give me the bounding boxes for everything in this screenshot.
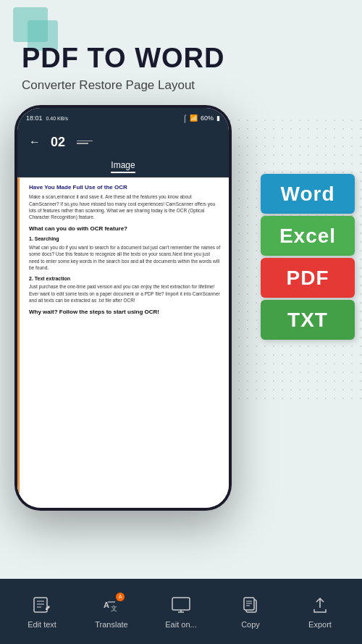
translate-icon: A 文 A [101,595,122,616]
status-left: 18:01 0.40 KB/s [26,114,68,122]
tab-image[interactable]: Image [111,160,135,173]
status-bar: 18:01 0.40 KB/s ⌠ 📶 60% ▮ [17,108,229,128]
svg-rect-3 [172,598,190,610]
edit-text-icon [31,595,53,616]
format-word-label: Word [280,183,334,206]
svg-text:文: 文 [111,605,117,612]
doc-body-3: Just purchase the one-time paid version … [29,283,222,304]
format-buttons-group: Word Excel PDF TXT [261,174,355,340]
monitor-icon [170,595,192,616]
bluetooth-icon: ⌠ [182,114,187,122]
export-label: Export [308,620,332,629]
toolbar-copy[interactable]: Copy [216,595,285,629]
doc-body-1: Make a scan,enhance it and save it. Are … [29,193,222,221]
status-time: 18:01 [26,114,43,122]
edit-text-label: Edit text [28,620,56,629]
toolbar-translate[interactable]: A 文 A Translate [77,595,146,629]
phone-mockup: 18:01 0.40 KB/s ⌠ 📶 60% ▮ ← 02 [14,105,232,511]
export-icon [309,595,331,616]
page-number: 02 [51,135,65,150]
phone-nav-bar: ← 02 [17,128,229,156]
subtitle: Converter Restore Page Layout [22,78,340,93]
edit-on-label: Eait on... [165,620,196,629]
battery-icon: ▮ [216,114,220,122]
format-excel-button[interactable]: Excel [261,216,355,256]
format-pdf-label: PDF [287,267,329,290]
main-title: PDF TO WORD [22,43,340,74]
format-word-button[interactable]: Word [261,174,355,214]
doc-subheading-1: What can you do with OCR feature? [29,225,222,233]
format-excel-label: Excel [279,225,336,248]
doc-heading: Have You Made Full Use of the OCR [29,183,222,191]
header-section: PDF TO WORD Converter Restore Page Layou… [22,43,340,93]
translate-label: Translate [95,620,127,629]
phone-outer: 18:01 0.40 KB/s ⌠ 📶 60% ▮ ← 02 [14,105,232,511]
toolbar-edit-text[interactable]: Edit text [7,595,77,629]
phone-tabs: Image [17,156,229,177]
copy-label: Copy [241,620,260,629]
battery-level: 60% [201,114,214,122]
doc-numbered-1: 1. Searching [29,235,222,243]
doc-subheading-2: Why wait? Follow the steps to start usin… [29,308,222,316]
toolbar-export[interactable]: Export [285,595,355,629]
status-speed: 0.40 KB/s [46,116,68,121]
bottom-toolbar: Edit text A 文 A Translate Eait on... [0,579,362,644]
format-txt-button[interactable]: TXT [261,300,355,340]
phone-inner: 18:01 0.40 KB/s ⌠ 📶 60% ▮ ← 02 [17,108,229,508]
toolbar-edit-on[interactable]: Eait on... [146,595,216,629]
back-button[interactable]: ← [29,135,41,149]
format-pdf-button[interactable]: PDF [261,258,355,298]
doc-body-2: What can you do if you want to search fo… [29,244,222,272]
status-right: ⌠ 📶 60% ▮ [182,114,220,122]
translate-badge: A [116,593,125,601]
wifi-icon: 📶 [190,114,198,122]
copy-icon [240,595,261,616]
svg-rect-0 [34,598,47,612]
format-txt-label: TXT [287,309,328,332]
document-content: Have You Made Full Use of the OCR Make a… [17,177,229,508]
doc-numbered-2: 2. Text extraction [29,275,222,283]
